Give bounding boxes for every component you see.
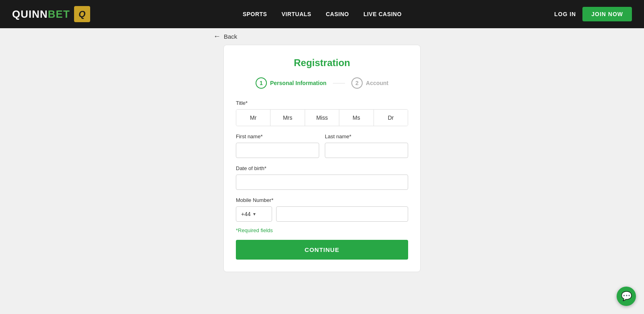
mobile-group: Mobile Number* +44 ▾ [236, 197, 408, 222]
first-name-label: First name* [236, 133, 319, 139]
login-button[interactable]: LOG IN [554, 11, 576, 17]
mobile-number-input[interactable] [276, 206, 408, 222]
dob-input[interactable] [236, 175, 408, 190]
title-mr[interactable]: Mr [236, 110, 270, 126]
main-nav: SPORTS VIRTUALS CASINO LIVE CASINO [243, 11, 402, 17]
step-personal: 1 Personal Information [256, 77, 326, 89]
nav-item-live-casino[interactable]: LIVE CASINO [363, 11, 402, 17]
step-1-label: Personal Information [270, 80, 326, 86]
registration-card: Registration 1 Personal Information 2 Ac… [223, 45, 421, 272]
country-code-selector[interactable]: +44 ▾ [236, 206, 272, 222]
nav-item-casino[interactable]: CASINO [326, 11, 349, 17]
logo-quinn: QUINN [12, 8, 48, 20]
chevron-down-icon: ▾ [253, 211, 256, 217]
mobile-input-row: +44 ▾ [236, 206, 408, 222]
title-label: Title* [236, 100, 408, 106]
title-miss[interactable]: Miss [305, 110, 339, 126]
title-selector: Mr Mrs Miss Ms Dr [236, 109, 408, 126]
dob-group: Date of birth* [236, 165, 408, 190]
first-name-input[interactable] [236, 143, 319, 158]
header-actions: LOG IN JOIN NOW [554, 7, 632, 21]
title-dr[interactable]: Dr [374, 110, 408, 126]
steps-indicator: 1 Personal Information 2 Account [236, 77, 408, 89]
last-name-label: Last name* [325, 133, 408, 139]
required-note: *Required fields [236, 227, 408, 233]
logo-bet: BET [48, 8, 70, 20]
chat-icon: 💬 [621, 291, 632, 302]
continue-button[interactable]: CONTINUE [236, 240, 408, 260]
step-1-circle: 1 [256, 77, 267, 89]
name-row: First name* Last name* [236, 133, 408, 158]
logo: QUINNBET Q [12, 6, 90, 22]
logo-text: QUINNBET [12, 8, 70, 21]
title-ms[interactable]: Ms [339, 110, 374, 126]
step-2-circle: 2 [351, 77, 363, 89]
back-arrow-icon: ← [213, 32, 221, 41]
step-2-label: Account [366, 80, 388, 86]
join-button[interactable]: JOIN NOW [582, 7, 632, 21]
nav-item-sports[interactable]: SPORTS [243, 11, 267, 17]
mobile-label: Mobile Number* [236, 197, 408, 203]
last-name-input[interactable] [325, 143, 408, 158]
country-code-text: +44 [241, 211, 251, 217]
first-name-group: First name* [236, 133, 319, 158]
logo-icon: Q [74, 6, 90, 22]
last-name-group: Last name* [325, 133, 408, 158]
registration-title: Registration [236, 57, 408, 69]
header: QUINNBET Q SPORTS VIRTUALS CASINO LIVE C… [0, 0, 644, 28]
back-link[interactable]: ← Back [0, 28, 644, 45]
step-divider [333, 83, 345, 83]
nav-item-virtuals[interactable]: VIRTUALS [281, 11, 311, 17]
title-mrs[interactable]: Mrs [270, 110, 305, 126]
dob-label: Date of birth* [236, 165, 408, 171]
back-label: Back [224, 33, 237, 40]
step-account: 2 Account [351, 77, 388, 89]
chat-bubble-button[interactable]: 💬 [617, 287, 636, 306]
